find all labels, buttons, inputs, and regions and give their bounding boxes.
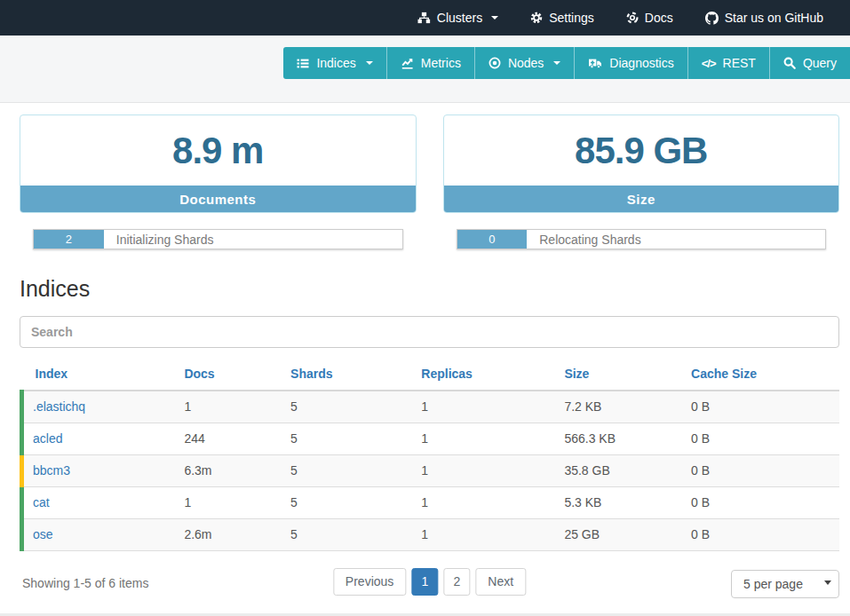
shards-cell: 5 [283,423,414,454]
relocating-shards-label: Relocating Shards [539,233,640,247]
table-row: cat 1 5 1 5.3 KB 0 B [22,486,840,518]
table-row: ose 2.6m 5 1 25 GB 0 B [22,518,840,550]
size-count: 85.9 GB [444,115,839,186]
stat-panel-size: 85.9 GB Size [443,115,840,213]
replicas-cell: 1 [414,423,557,454]
github-icon [705,12,719,25]
index-link[interactable]: bbcm3 [33,463,70,478]
col-header-size[interactable]: Size [557,359,684,391]
subnav-metrics-label: Metrics [421,56,461,70]
stat-panel-documents: 8.9 m Documents [20,115,417,213]
subnav-diagnostics-button[interactable]: Diagnostics [574,47,687,79]
size-label: Size [444,186,839,212]
nav-github-label: Star us on GitHub [725,11,823,25]
cache-size-cell: 0 B [684,391,839,423]
nav-clusters-label: Clusters [437,11,482,25]
col-header-shards[interactable]: Shards [283,359,414,391]
cache-size-cell: 0 B [684,454,839,486]
subnav-indices-label: Indices [316,56,355,70]
page-title: Indices [20,276,839,302]
initializing-shards-wrap: 2 Initializing Shards [20,229,417,249]
size-cell: 25 GB [557,518,684,550]
index-link[interactable]: cat [33,495,50,509]
subnav-button-group: Indices Metrics Nodes [283,47,850,79]
size-cell: 7.2 KB [557,391,684,423]
subnav-query-label: Query [803,56,837,70]
subnav-metrics-button[interactable]: Metrics [386,47,474,79]
col-header-replicas[interactable]: Replicas [414,359,557,391]
initializing-shards-label: Initializing Shards [116,233,214,247]
per-page-select[interactable]: 5 per page [731,570,839,598]
table-footer: Showing 1-5 of 6 items Previous 1 2 Next… [20,568,839,598]
relocating-shards-progressbar: 0 Relocating Shards [457,229,827,249]
replicas-cell: 1 [414,518,557,550]
page-1-button[interactable]: 1 [411,568,438,596]
cache-size-cell: 0 B [684,518,839,550]
chart-line-icon [401,58,414,69]
cache-size-cell: 0 B [684,486,839,518]
table-header-row: Index Docs Shards Replicas Size Cache Si… [22,359,840,391]
nav-clusters[interactable]: Clusters [417,11,498,25]
size-cell: 5.3 KB [557,486,684,518]
docs-cell: 2.6m [177,518,283,550]
replicas-cell: 1 [414,486,557,518]
previous-page-button[interactable]: Previous [333,568,406,596]
size-cell: 35.8 GB [557,454,684,486]
docs-cell: 1 [177,486,283,518]
shards-cell: 5 [283,454,414,486]
main-content: 8.9 m Documents 85.9 GB Size 2 Initializ… [0,115,850,598]
docs-cell: 244 [177,423,283,454]
col-header-index[interactable]: Index [22,359,178,391]
subnav-nodes-label: Nodes [508,56,544,70]
col-header-cache-size[interactable]: Cache Size [684,359,839,391]
relocating-shards-value: 0 [457,230,528,249]
stat-panels-row: 8.9 m Documents 85.9 GB Size [20,115,839,213]
nav-github-star[interactable]: Star us on GitHub [705,11,823,25]
table-row: acled 244 5 1 566.3 KB 0 B [22,423,840,454]
chevron-down-icon [553,61,560,65]
documents-label: Documents [20,186,416,212]
search-input[interactable] [20,316,839,348]
shards-cell: 5 [283,486,414,518]
indices-table: Index Docs Shards Replicas Size Cache Si… [20,359,839,551]
top-navbar: Clusters Settings Docs Star us on GitHub [0,0,850,36]
nav-docs[interactable]: Docs [626,11,673,25]
replicas-cell: 1 [414,454,557,486]
dot-circle-icon [489,57,501,69]
cache-size-cell: 0 B [684,423,839,454]
replicas-cell: 1 [414,391,557,423]
relocating-shards-wrap: 0 Relocating Shards [443,229,840,249]
sitemap-icon [417,12,431,24]
subnav-rest-label: REST [723,56,756,70]
index-link[interactable]: acled [33,431,62,446]
index-link[interactable]: .elastichq [33,399,85,414]
gear-icon [530,12,543,24]
index-link[interactable]: ose [33,527,53,541]
sub-navbar: Indices Metrics Nodes [0,36,850,103]
nav-settings-label: Settings [549,11,594,25]
nav-settings[interactable]: Settings [530,11,594,25]
subnav-nodes-button[interactable]: Nodes [474,47,574,79]
shards-cell: 5 [283,518,414,550]
search-icon [783,57,796,69]
shards-cell: 5 [283,391,414,423]
nav-docs-label: Docs [645,11,673,25]
help-ring-icon [626,12,639,24]
docs-cell: 6.3m [177,454,283,486]
next-page-button[interactable]: Next [475,568,526,596]
initializing-shards-progressbar: 2 Initializing Shards [33,229,403,249]
chevron-down-icon [366,61,373,65]
shards-progress-row: 2 Initializing Shards 0 Relocating Shard… [20,229,839,249]
pagination: Previous 1 2 Next [333,568,526,596]
subnav-query-button[interactable]: Query [769,47,850,79]
subnav-rest-button[interactable]: </> REST [687,47,769,79]
per-page-select-wrap: 5 per page [731,570,839,598]
page-2-button[interactable]: 2 [443,568,470,596]
table-row: .elastichq 1 5 1 7.2 KB 0 B [22,391,840,423]
subnav-indices-button[interactable]: Indices [283,47,385,79]
initializing-shards-value: 2 [34,230,104,249]
col-header-docs[interactable]: Docs [177,359,283,391]
docs-cell: 1 [177,391,283,423]
chevron-down-icon [491,16,498,20]
ambulance-icon [588,57,602,69]
